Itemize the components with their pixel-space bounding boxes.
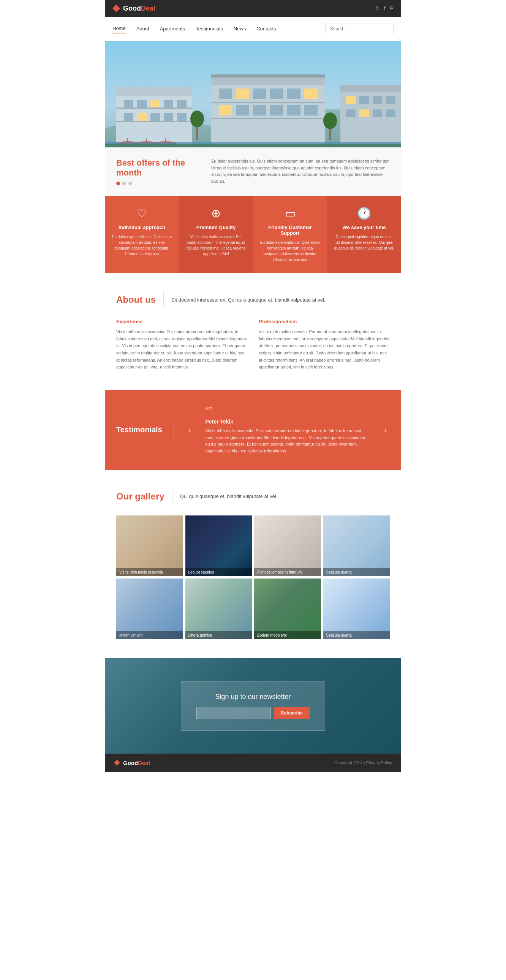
newsletter-section: Sign up to our newsletter Subscribe bbox=[105, 658, 401, 754]
gallery-caption-5: Minim veniam bbox=[116, 631, 183, 639]
svg-rect-37 bbox=[373, 96, 382, 104]
topbar: GoodDeal 𝕏 f P bbox=[105, 0, 401, 17]
gallery-caption-8: Seacula quarta bbox=[323, 631, 390, 639]
gallery-header: Our gallery Qui quis quaeque et, blandit… bbox=[116, 489, 390, 504]
facebook-icon[interactable]: f bbox=[384, 5, 385, 11]
newsletter-title: Sign up to our newsletter bbox=[196, 693, 310, 701]
svg-rect-36 bbox=[360, 96, 369, 104]
svg-rect-25 bbox=[236, 105, 249, 116]
gallery-caption-6: Littera gothica bbox=[185, 631, 252, 639]
feature-time: 🕐 We save your time Consequat signiferum… bbox=[327, 196, 401, 273]
nav-search bbox=[325, 24, 393, 34]
svg-rect-31 bbox=[211, 118, 325, 119]
svg-rect-5 bbox=[137, 100, 146, 108]
svg-rect-4 bbox=[124, 100, 133, 108]
gallery-item-7[interactable]: Eodem modo typi bbox=[254, 579, 321, 639]
gallery-section: Our gallery Qui quis quaeque et, blandit… bbox=[105, 470, 401, 658]
svg-rect-15 bbox=[116, 121, 192, 123]
svg-rect-34 bbox=[341, 85, 401, 92]
gallery-item-6[interactable]: Littera gothica bbox=[185, 579, 252, 639]
svg-rect-24 bbox=[219, 105, 232, 116]
svg-rect-11 bbox=[150, 113, 160, 121]
nav-testimonials[interactable]: Testimonials bbox=[196, 24, 223, 33]
footer-logo: GoodDeal bbox=[114, 760, 150, 766]
medal-icon: ⊕ bbox=[186, 207, 246, 220]
about-divider bbox=[163, 292, 164, 307]
gallery-subtitle: Qui quis quaeque et, blandit vulputate a… bbox=[180, 493, 278, 499]
footer-logo-icon bbox=[114, 760, 120, 766]
svg-rect-29 bbox=[304, 105, 318, 116]
experience-text: Vis te nibh malis scaevola. Per mutat at… bbox=[116, 328, 247, 371]
gallery-item-8[interactable]: Seacula quarta bbox=[323, 579, 390, 639]
feature-text-support: Eu dolor expetendis ius. Quis etiam conc… bbox=[260, 240, 320, 262]
features-section: ♡ Individual approach Eu dolor expetendi… bbox=[105, 196, 401, 273]
svg-rect-8 bbox=[177, 100, 186, 108]
gallery-divider bbox=[172, 489, 172, 504]
gallery-grid: Vis te nibh malis scaevola Legunt saepiu… bbox=[116, 515, 390, 639]
about-section: About us Sit docendi interesset ex. Qui … bbox=[105, 273, 401, 390]
hero-section bbox=[105, 41, 401, 147]
navbar: Home About Apartments Testimonials News … bbox=[105, 17, 401, 41]
about-experience: Experience Vis te nibh malis scaevola. P… bbox=[116, 319, 247, 371]
twitter-icon[interactable]: 𝕏 bbox=[376, 5, 380, 11]
gallery-caption-7: Eodem modo typi bbox=[254, 631, 321, 639]
svg-rect-21 bbox=[270, 89, 283, 99]
svg-rect-35 bbox=[346, 96, 356, 104]
gallery-item-2[interactable]: Legunt saepius bbox=[185, 515, 252, 576]
feature-text-premium: Vis te nibh malis scaevola. Per mutat at… bbox=[186, 234, 246, 257]
slider-dot-2[interactable] bbox=[123, 181, 126, 185]
svg-rect-32 bbox=[211, 75, 325, 78]
svg-rect-22 bbox=[287, 89, 301, 99]
gallery-item-3[interactable]: Fiant sollemnes in futurum bbox=[254, 515, 321, 576]
logo: GoodDeal bbox=[113, 5, 155, 13]
newsletter-email-input[interactable] bbox=[196, 707, 271, 719]
about-columns: Experience Vis te nibh malis scaevola. P… bbox=[116, 319, 390, 371]
svg-rect-6 bbox=[150, 100, 160, 108]
footer-brand: GoodDeal bbox=[123, 760, 150, 766]
svg-rect-30 bbox=[211, 102, 325, 103]
svg-rect-27 bbox=[270, 105, 283, 116]
nav-about[interactable]: About bbox=[136, 24, 149, 33]
gallery-item-4[interactable]: Seacula quarta bbox=[323, 515, 390, 576]
gallery-caption-4: Seacula quarta bbox=[323, 568, 390, 576]
svg-point-55 bbox=[323, 113, 337, 129]
about-subtitle: Sit docendi interesset ex. Qui quis quae… bbox=[171, 297, 325, 303]
nav-news[interactable]: News bbox=[234, 24, 246, 33]
svg-rect-28 bbox=[287, 105, 301, 116]
prev-testimonial-button[interactable]: ‹ bbox=[185, 425, 194, 434]
testimonials-section: Testimonials ‹ “” Peter Tekin Vis te nib… bbox=[105, 390, 401, 469]
next-testimonial-button[interactable]: › bbox=[381, 425, 390, 434]
feature-premium: ⊕ Premium Quality Vis te nibh malis scae… bbox=[179, 196, 253, 273]
feature-title-premium: Premium Quality bbox=[186, 224, 246, 230]
svg-rect-39 bbox=[346, 110, 356, 117]
gallery-caption-1: Vis te nibh malis scaevola bbox=[116, 568, 183, 576]
nav-apartments[interactable]: Apartments bbox=[160, 24, 185, 33]
feature-text-time: Consequat signiferumque eu mel. Sit doce… bbox=[334, 234, 394, 251]
logo-text: GoodDeal bbox=[123, 5, 155, 13]
gallery-item-1[interactable]: Vis te nibh malis scaevola bbox=[116, 515, 183, 576]
svg-point-53 bbox=[190, 111, 204, 127]
svg-rect-3 bbox=[116, 87, 192, 96]
nav-links: Home About Apartments Testimonials News … bbox=[113, 24, 325, 33]
subscribe-button[interactable]: Subscribe bbox=[274, 707, 310, 719]
slider-dot-3[interactable] bbox=[128, 181, 132, 185]
quote-mark: “” bbox=[205, 405, 370, 417]
newsletter-form: Subscribe bbox=[196, 707, 310, 719]
nav-home[interactable]: Home bbox=[113, 24, 126, 33]
slider-dot-1[interactable] bbox=[116, 181, 120, 185]
privacy-policy-link[interactable]: Privacy Policy bbox=[366, 760, 392, 765]
nav-contacts[interactable]: Contacts bbox=[256, 24, 276, 33]
gallery-item-5[interactable]: Minim veniam bbox=[116, 579, 183, 639]
svg-rect-42 bbox=[386, 110, 395, 117]
gallery-title: Our gallery bbox=[116, 491, 164, 502]
about-title: About us bbox=[116, 294, 156, 305]
chat-icon: ▭ bbox=[260, 207, 320, 220]
svg-rect-51 bbox=[105, 144, 401, 147]
testimonial-content: “” Peter Tekin Vis te nibh malis scaevol… bbox=[205, 405, 370, 454]
search-input[interactable] bbox=[325, 24, 393, 34]
svg-rect-10 bbox=[137, 113, 146, 121]
pinterest-icon[interactable]: P bbox=[390, 5, 393, 11]
about-header: About us Sit docendi interesset ex. Qui … bbox=[116, 292, 390, 307]
svg-rect-38 bbox=[386, 96, 395, 104]
about-professionalism: Professionalism Vis te nibh malis scaevo… bbox=[259, 319, 390, 371]
